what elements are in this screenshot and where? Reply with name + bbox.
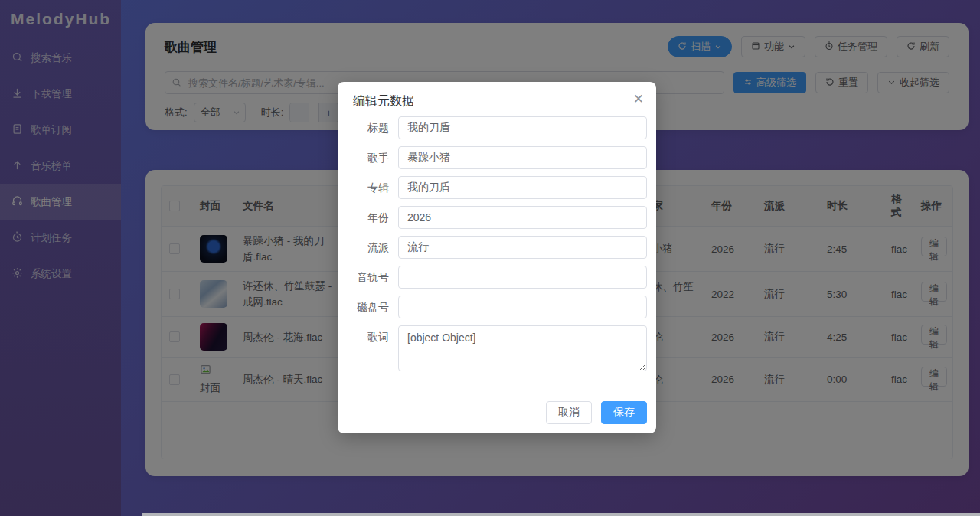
title-field[interactable] bbox=[398, 116, 647, 139]
edit-metadata-dialog: 编辑元数据 ✕ 标题 歌手 专辑 年份 流派 音轨号 磁盘号 bbox=[338, 82, 656, 433]
genre-field[interactable] bbox=[398, 236, 647, 259]
close-icon[interactable]: ✕ bbox=[633, 93, 644, 106]
singer-field-label: 歌手 bbox=[338, 146, 398, 169]
album-field-label: 专辑 bbox=[338, 176, 398, 199]
cancel-button[interactable]: 取消 bbox=[546, 401, 592, 424]
lyrics-field[interactable]: [object Object] bbox=[398, 325, 647, 371]
track-number-field-label: 音轨号 bbox=[338, 266, 398, 289]
title-field-label: 标题 bbox=[338, 116, 398, 139]
disc-number-field[interactable] bbox=[398, 296, 647, 318]
album-field[interactable] bbox=[398, 176, 647, 199]
lyrics-field-label: 歌词 bbox=[338, 325, 398, 371]
singer-field[interactable] bbox=[398, 146, 647, 169]
year-field[interactable] bbox=[398, 206, 647, 229]
save-button[interactable]: 保存 bbox=[601, 401, 647, 424]
genre-field-label: 流派 bbox=[338, 236, 398, 259]
track-number-field[interactable] bbox=[398, 266, 647, 289]
disc-number-field-label: 磁盘号 bbox=[338, 296, 398, 318]
year-field-label: 年份 bbox=[338, 206, 398, 229]
dialog-title: 编辑元数据 bbox=[353, 93, 644, 109]
horizontal-scrollbar[interactable] bbox=[142, 513, 980, 516]
